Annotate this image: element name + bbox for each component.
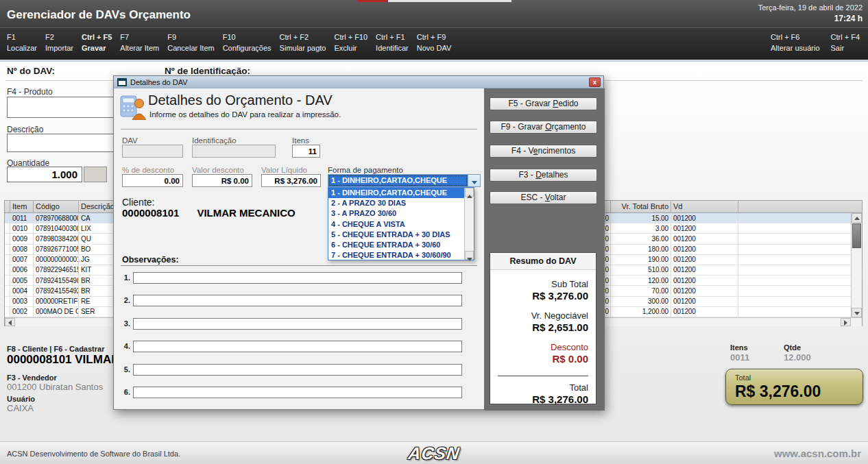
- total-value: R$ 3,276.00: [735, 382, 863, 401]
- table-vertical-scrollbar[interactable]: [851, 213, 862, 317]
- payment-option[interactable]: 7 - CHEQUE ENTRADA + 30/60/90: [328, 250, 464, 260]
- cell-vd: 001200: [671, 265, 738, 275]
- dialog-side-panel: F5 - Gravar Pedido F9 - Gravar Orçamento…: [484, 88, 605, 411]
- cell-vr-total-bruto: 120.00: [611, 276, 671, 285]
- side-button[interactable]: F3 - Detalhes: [490, 169, 597, 182]
- pct-desconto-input[interactable]: [122, 174, 183, 187]
- toolbar-item[interactable]: F1 Localizar: [7, 33, 37, 53]
- toolbar-item[interactable]: F7 Alterar Item: [120, 33, 159, 53]
- cell-vr-total-bruto: 1,200.00: [611, 307, 671, 317]
- payment-option[interactable]: 4 - CHEQUE A VISTA: [328, 219, 464, 230]
- observacao-input[interactable]: [133, 272, 462, 284]
- toolbar-item-label: Identificar: [376, 44, 409, 53]
- cell-vd: 001200: [671, 307, 738, 317]
- cell-vd: 001200: [671, 223, 738, 233]
- toolbar-item-key: F9: [167, 33, 214, 42]
- observacao-row: 2.: [114, 295, 484, 317]
- qtde-value: 12.000: [784, 352, 811, 363]
- footer-website-link[interactable]: www.acsn.com.br: [774, 448, 861, 459]
- scroll-down-icon[interactable]: [465, 251, 474, 260]
- resumo-item-value: R$ 0.00: [490, 353, 588, 365]
- resumo-item-value: R$ 3,276.00: [490, 290, 588, 302]
- toolbar-item[interactable]: Ctrl + F1 Identificar: [376, 33, 409, 53]
- dav-field-input[interactable]: [122, 145, 183, 158]
- toolbar-item[interactable]: Ctrl + F5 Gravar: [82, 33, 112, 53]
- side-button[interactable]: F5 - Gravar Pedido: [490, 97, 597, 110]
- toolbar-item[interactable]: F10 Configurações: [223, 33, 272, 53]
- cell-filler: [738, 223, 851, 233]
- toolbar-item-label: Novo DAV: [417, 44, 452, 53]
- valor-liquido-input[interactable]: [261, 174, 321, 187]
- side-button[interactable]: F4 - Vencimentos: [490, 145, 597, 158]
- toolbar-item-label: Configurações: [223, 44, 272, 53]
- row-gutter: [5, 286, 10, 295]
- scroll-down-icon[interactable]: [852, 308, 862, 317]
- itens-field-label: Itens: [292, 136, 309, 145]
- side-button[interactable]: ESC - Voltar: [490, 191, 597, 204]
- resumo-item: Vr. Negociável R$ 2,651.00: [490, 310, 588, 333]
- cell-item: 0011: [10, 213, 34, 223]
- itens-field-input[interactable]: [292, 145, 320, 158]
- cell-codigo: 000000RETIFICA: [34, 297, 79, 306]
- toolbar-item[interactable]: Ctrl + F6 Alterar usuário: [771, 33, 820, 53]
- valor-desconto-input[interactable]: [192, 174, 252, 187]
- quantidade-input[interactable]: [7, 167, 82, 182]
- close-icon[interactable]: x: [589, 77, 601, 87]
- resumo-item-label: Total: [498, 382, 588, 393]
- payment-option[interactable]: 1 - DINHEIRO,CARTAO,CHEQUE: [328, 188, 464, 198]
- side-button[interactable]: F9 - Gravar Orçamento: [490, 121, 597, 134]
- observacao-input[interactable]: [133, 341, 462, 352]
- toolbar-item[interactable]: Ctrl + F4 Sair: [831, 33, 860, 53]
- payment-option[interactable]: 2 - A PRAZO 30 DIAS: [328, 198, 464, 208]
- cell-codigo: 07892415549259: [34, 286, 79, 295]
- toolbar-item-label: Localizar: [7, 44, 37, 53]
- scroll-right-icon[interactable]: [841, 318, 851, 326]
- payment-option[interactable]: 3 - A PRAZO 30/60: [328, 208, 464, 219]
- forma-pagamento-select[interactable]: 1 - DINHEIRO,CARTAO,CHEQUE: [328, 174, 481, 187]
- valor-liquido-label: Valor Líquido: [261, 166, 307, 174]
- toolbar-item[interactable]: Ctrl + F10 Excluir: [334, 33, 367, 53]
- row-gutter: [5, 307, 10, 317]
- calculator-person-icon: [120, 93, 146, 120]
- datetime-display: Terça-feira, 19 de abril de 2022 17:24 h: [758, 3, 863, 23]
- payment-option[interactable]: 5 - CHEQUE ENTRADA + 30 DIAS: [328, 230, 464, 240]
- toolbar-item-key: Ctrl + F6: [771, 33, 820, 42]
- payment-option[interactable]: 6 - CHEQUE ENTRADA + 30/60: [328, 240, 464, 250]
- dropdown-scrollbar[interactable]: [464, 188, 474, 260]
- app-window: Gerenciador de DAVs Orçamento Terça-feir…: [0, 0, 868, 464]
- observacao-input[interactable]: [133, 318, 462, 330]
- toolbar-item-label: Alterar Item: [120, 44, 159, 53]
- identificacao-field-input[interactable]: [192, 145, 276, 158]
- resumo-item-value: R$ 3,276.00: [498, 393, 588, 405]
- cell-vr-total-bruto: 300.00: [611, 297, 671, 306]
- cell-filler: [738, 276, 851, 285]
- date-text: Terça-feira, 19 de abril de 2022: [758, 3, 863, 12]
- scrollbar-thumb[interactable]: [852, 223, 861, 248]
- toolbar-item[interactable]: F2 Importar: [45, 33, 73, 53]
- header-vr-total-bruto: Vr. Total Bruto: [611, 201, 671, 212]
- dialog-heading: Detalhes do Orçamento - DAV: [148, 93, 333, 108]
- toolbar-item[interactable]: F9 Cancelar Item: [167, 33, 214, 53]
- cell-vd: 001200: [671, 276, 738, 285]
- toolbar-item[interactable]: Ctrl + F2 Simular pagto: [280, 33, 326, 53]
- scroll-left-icon[interactable]: [5, 318, 15, 326]
- observacao-input[interactable]: [133, 387, 462, 398]
- observacao-input[interactable]: [133, 295, 462, 306]
- toolbar-item[interactable]: Ctrl + F9 Novo DAV: [417, 33, 452, 53]
- observacao-input[interactable]: [133, 364, 462, 376]
- dialog-title-bar[interactable]: Detalhes do DAV x: [114, 76, 603, 88]
- dialog-title: Detalhes do DAV: [130, 78, 188, 86]
- payment-options-dropdown: 1 - DINHEIRO,CARTAO,CHEQUE 2 - A PRAZO 3…: [328, 187, 474, 260]
- scroll-up-icon[interactable]: [465, 188, 474, 197]
- resumo-item: Total R$ 3,276.00: [498, 376, 588, 405]
- toolbar-item-key: F2: [45, 33, 73, 42]
- toolbar-item-key: F1: [7, 33, 37, 42]
- cell-vr-total-bruto: 190.00: [611, 255, 671, 265]
- chevron-down-icon[interactable]: [468, 175, 480, 186]
- dialog-subheading: Informe os detalhes do DAV para realizar…: [149, 110, 341, 119]
- resumo-items: Sub Total R$ 3,276.00 Vr. Negociável R$ …: [490, 279, 596, 405]
- observacao-row: 5.: [114, 364, 484, 387]
- header-codigo: Código: [34, 201, 79, 212]
- cliente-code: 0000008101: [122, 207, 179, 219]
- scroll-up-icon[interactable]: [852, 213, 862, 223]
